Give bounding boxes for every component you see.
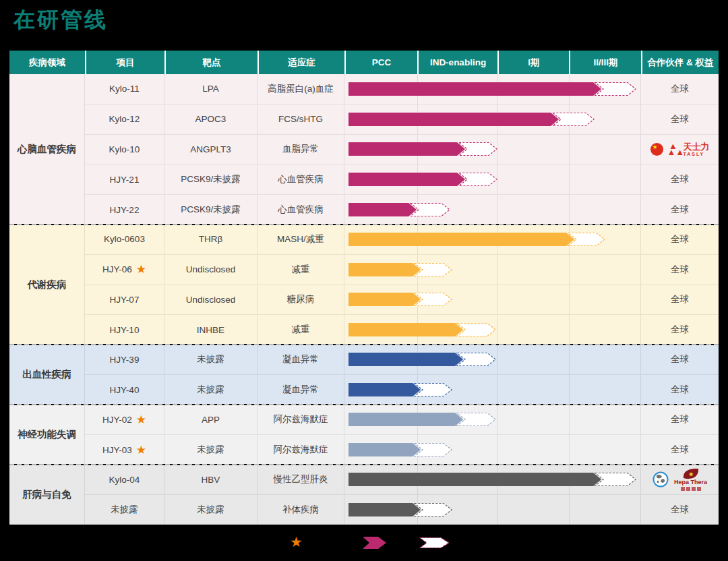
china-flag-icon: ★ bbox=[650, 143, 663, 156]
target-cell: 未披露 bbox=[164, 435, 257, 465]
project-name: HJY-39 bbox=[110, 355, 140, 365]
partner-cell: ★▲▲▲天士力TASLY bbox=[641, 135, 719, 165]
project-cell: HJY-39 bbox=[85, 345, 164, 374]
stage-cell bbox=[344, 135, 641, 165]
globe-icon bbox=[653, 471, 669, 488]
solid-progress-segment bbox=[348, 173, 465, 186]
global-rights-label: 全球 bbox=[671, 83, 689, 95]
legend: ★ bbox=[0, 533, 728, 556]
project-cell: HJY-07 bbox=[85, 285, 164, 315]
indication-cell: 阿尔兹海默症 bbox=[257, 435, 344, 465]
project-name: Kylo-0603 bbox=[104, 234, 145, 244]
stage-cell bbox=[344, 435, 641, 465]
star-icon: ★ bbox=[136, 444, 146, 456]
indication-cell: 凝血异常 bbox=[257, 375, 344, 405]
project-name: HJY-03 bbox=[102, 445, 132, 455]
disease-group-liver: 肝病与自免Kylo-04HBV慢性乙型肝炎Hepa Thera未披露未披露补体疾… bbox=[9, 465, 719, 525]
project-name: HJY-06 bbox=[102, 264, 132, 274]
column-header-2: 项目 bbox=[85, 51, 164, 74]
project-cell: HJY-40 bbox=[85, 375, 164, 405]
phase-progress-bar bbox=[348, 442, 456, 457]
project-name: Kylo-10 bbox=[109, 144, 140, 154]
project-cell: 未披露 bbox=[85, 495, 164, 525]
stage-cell bbox=[344, 165, 641, 194]
partner-cell: 全球 bbox=[641, 435, 719, 465]
project-cell: Kylo-10 bbox=[85, 135, 164, 165]
page-title: 在研管线 bbox=[13, 5, 108, 35]
phase-progress-bar bbox=[348, 112, 598, 127]
partner-cell: 全球 bbox=[641, 255, 719, 285]
target-cell: HBV bbox=[164, 465, 257, 494]
solid-arrow-icon bbox=[363, 537, 387, 549]
global-rights-label: 全球 bbox=[671, 413, 689, 425]
phase-progress-bar bbox=[348, 172, 501, 187]
project-name: HJY-02 bbox=[102, 415, 132, 425]
column-header-1: 疾病领域 bbox=[9, 51, 85, 74]
solid-progress-segment bbox=[348, 413, 463, 426]
global-rights-label: 全球 bbox=[671, 204, 689, 216]
solid-progress-segment bbox=[348, 203, 417, 216]
partner-cell: Hepa Thera bbox=[641, 465, 719, 494]
hepathera-name-block: Hepa Thera bbox=[674, 468, 707, 491]
target-cell: Undisclosed bbox=[164, 255, 257, 285]
tasly-triangle-icon: ▲▲▲ bbox=[667, 143, 679, 155]
project-cell: Kylo-11 bbox=[85, 74, 164, 104]
phase-progress-bar bbox=[348, 352, 499, 367]
solid-progress-segment bbox=[348, 503, 421, 516]
disease-group-metabolic: 代谢疾病Kylo-0603THRβMASH/减重全球HJY-06★Undiscl… bbox=[9, 225, 719, 345]
solid-progress-segment bbox=[348, 82, 601, 96]
phase-progress-bar bbox=[348, 232, 609, 247]
tasly-latin-name: TASLY bbox=[684, 152, 705, 156]
indication-cell: 慢性乙型肝炎 bbox=[257, 465, 344, 494]
project-name: Kylo-04 bbox=[109, 475, 140, 485]
project-cell: Kylo-12 bbox=[85, 105, 164, 134]
indication-cell: 高脂蛋白(a)血症 bbox=[257, 74, 344, 104]
project-cell: HJY-03★ bbox=[85, 435, 164, 465]
target-cell: PCSK9/未披露 bbox=[164, 165, 257, 194]
phase-progress-bar bbox=[348, 412, 499, 427]
stage-cell bbox=[344, 465, 641, 494]
stage-cell bbox=[344, 495, 641, 525]
target-cell: INHBE bbox=[164, 315, 257, 345]
star-icon: ★ bbox=[290, 534, 303, 550]
project-cell: Kylo-0603 bbox=[85, 225, 164, 254]
pipeline-row-Kylo-04: Kylo-04HBV慢性乙型肝炎Hepa Thera bbox=[85, 465, 719, 494]
solid-progress-segment bbox=[348, 323, 463, 336]
global-rights-label: 全球 bbox=[671, 264, 689, 276]
group-rows: Kylo-04HBV慢性乙型肝炎Hepa Thera未披露未披露补体疾病全球 bbox=[85, 465, 719, 525]
dashed-arrow-icon bbox=[419, 537, 450, 549]
global-rights-label: 全球 bbox=[671, 113, 689, 125]
partner-cell: 全球 bbox=[641, 105, 719, 134]
pipeline-row-HJY-03: HJY-03★未披露阿尔兹海默症全球 bbox=[85, 434, 719, 465]
indication-cell: 糖尿病 bbox=[257, 285, 344, 315]
indication-cell: 补体疾病 bbox=[257, 495, 344, 525]
project-cell: HJY-06★ bbox=[85, 255, 164, 285]
table-header-row: 疾病领域项目靶点适应症PCCIND-enablingI期II/III期合作伙伴 … bbox=[9, 51, 719, 74]
indication-cell: FCS/sHTG bbox=[257, 105, 344, 134]
partner-cell: 全球 bbox=[641, 375, 719, 405]
global-rights-label: 全球 bbox=[671, 293, 689, 305]
target-cell: APP bbox=[164, 405, 257, 434]
star-icon: ★ bbox=[136, 414, 146, 425]
stage-cell bbox=[344, 315, 641, 345]
group-label-liver: 肝病与自免 bbox=[9, 465, 85, 525]
pipeline-slide: 在研管线 疾病领域项目靶点适应症PCCIND-enablingI期II/III期… bbox=[0, 0, 728, 561]
partner-cell: 全球 bbox=[641, 165, 719, 194]
target-cell: 未披露 bbox=[164, 345, 257, 374]
hepathera-leaf-icon bbox=[682, 468, 700, 479]
phase-progress-bar bbox=[348, 502, 456, 517]
indication-cell: 减重 bbox=[257, 255, 344, 285]
stage-cell bbox=[344, 225, 641, 254]
solid-progress-segment bbox=[348, 473, 601, 486]
group-rows: Kylo-11LPA高脂蛋白(a)血症全球Kylo-12APOC3FCS/sHT… bbox=[85, 74, 719, 225]
indication-cell: 心血管疾病 bbox=[257, 195, 344, 225]
phase-progress-bar bbox=[348, 82, 640, 96]
pipeline-row-Kylo-12: Kylo-12APOC3FCS/sHTG全球 bbox=[85, 104, 719, 134]
project-name: HJY-22 bbox=[110, 205, 140, 215]
hepathera-partner-logo: Hepa Thera bbox=[653, 468, 707, 491]
group-label-metabolic: 代谢疾病 bbox=[9, 225, 85, 345]
partner-cell: 全球 bbox=[641, 225, 719, 254]
column-header-4: 适应症 bbox=[257, 51, 344, 74]
global-rights-label: 全球 bbox=[671, 444, 689, 456]
disease-group-neuro: 神经功能失调HJY-02★APP阿尔兹海默症全球HJY-03★未披露阿尔兹海默症… bbox=[9, 405, 719, 465]
